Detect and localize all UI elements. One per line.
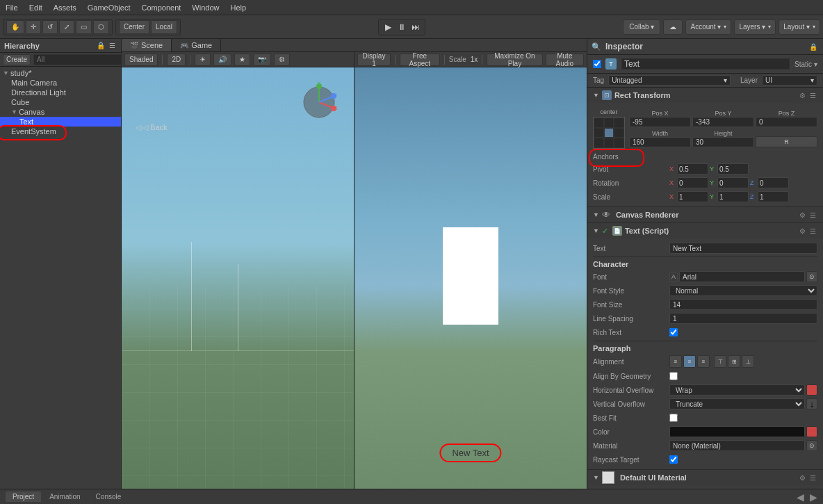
- posx-input[interactable]: [629, 117, 691, 127]
- canvas-renderer-header[interactable]: ▼ 👁 Canvas Renderer ⚙ ☰: [587, 207, 823, 222]
- project-tab[interactable]: Project: [6, 491, 41, 502]
- menu-component[interactable]: Component: [136, 2, 186, 13]
- fx-btn[interactable]: ★: [234, 54, 250, 66]
- text-script-header[interactable]: ▼ ✓ 📄 Text (Script) ⚙ ☰: [587, 223, 823, 238]
- object-name-input[interactable]: [621, 58, 790, 70]
- comp-menu-btn[interactable]: ☰: [808, 91, 817, 100]
- object-active-checkbox[interactable]: [593, 60, 601, 68]
- material-settings-btn[interactable]: ⚙: [798, 473, 807, 482]
- raycast-checkbox[interactable]: [669, 455, 678, 464]
- light-btn[interactable]: ☀: [195, 54, 211, 66]
- layer-dropdown[interactable]: UI▾: [762, 75, 817, 86]
- align-right-btn[interactable]: ≡: [697, 355, 710, 368]
- hier-item-text[interactable]: Text: [0, 117, 121, 127]
- comp-settings-btn[interactable]: ⚙: [798, 91, 807, 100]
- menu-edit[interactable]: Edit: [24, 2, 48, 13]
- tag-dropdown[interactable]: Untagged▾: [608, 75, 731, 86]
- scale-y-input[interactable]: [717, 191, 749, 202]
- height-input[interactable]: [692, 137, 754, 147]
- transform-tool-btn[interactable]: ⬡: [93, 20, 109, 34]
- maximize-btn[interactable]: Maximize On Play: [487, 54, 543, 66]
- shading-btn[interactable]: Shaded: [124, 54, 158, 66]
- default-material-header[interactable]: ▼ Default UI Material ⚙ ☰: [587, 470, 823, 485]
- hier-item-canvas[interactable]: ▼ Canvas: [0, 107, 121, 117]
- scene-gizmo[interactable]: Y X Z: [298, 81, 340, 123]
- hier-item-cube[interactable]: Cube: [0, 97, 121, 107]
- pivot-y-input[interactable]: [717, 163, 749, 174]
- rotate-tool-btn[interactable]: ↺: [42, 20, 58, 34]
- align-center-btn[interactable]: ≡: [683, 355, 696, 368]
- step-btn[interactable]: ⏭: [409, 21, 422, 33]
- scale-z-input[interactable]: [758, 191, 789, 202]
- game-background[interactable]: New Text ©51CTO博客: [355, 67, 587, 489]
- rect-tool-btn[interactable]: ▭: [76, 20, 92, 34]
- rich-text-checkbox[interactable]: [669, 328, 678, 336]
- animation-tab[interactable]: Animation: [42, 491, 87, 502]
- material-select-btn[interactable]: ⊙: [806, 440, 817, 451]
- 2d-btn[interactable]: 2D: [167, 54, 186, 66]
- inspector-lock-btn[interactable]: 🔒: [808, 42, 819, 51]
- best-fit-checkbox[interactable]: [669, 414, 678, 422]
- h-overflow-color-btn[interactable]: [806, 384, 817, 396]
- v-overflow-icon-btn[interactable]: ↓: [806, 398, 817, 409]
- menu-file[interactable]: File: [0, 2, 24, 13]
- scene-background[interactable]: Y X Z ◁ ◁ Back: [122, 67, 354, 489]
- canvas-settings-btn[interactable]: ⚙: [798, 211, 807, 220]
- posy-input[interactable]: [692, 117, 754, 127]
- local-btn[interactable]: Local: [151, 20, 177, 34]
- material-menu-btn[interactable]: ☰: [808, 473, 817, 482]
- move-tool-btn[interactable]: ✛: [26, 20, 41, 34]
- color-picker[interactable]: [669, 426, 805, 437]
- rot-z-input[interactable]: [758, 177, 789, 188]
- menu-gameobject[interactable]: GameObject: [82, 2, 136, 13]
- anchor-grid[interactable]: [593, 117, 625, 149]
- text-field-input[interactable]: [669, 243, 817, 254]
- play-btn[interactable]: ▶: [382, 21, 394, 33]
- align-top-btn[interactable]: ⊤: [714, 355, 726, 368]
- hier-item-eventsystem[interactable]: EventSystem: [0, 127, 121, 136]
- menu-help[interactable]: Help: [225, 2, 252, 13]
- game-tab[interactable]: 🎮 Game: [172, 39, 221, 51]
- scale-x-input[interactable]: [677, 191, 708, 202]
- scene-back-btn[interactable]: ◁ ◁ Back: [136, 123, 168, 132]
- collab-btn[interactable]: Collab ▾: [623, 19, 660, 35]
- v-overflow-select[interactable]: Truncate Overflow: [669, 398, 805, 409]
- hierarchy-menu-btn[interactable]: ☰: [108, 41, 117, 50]
- pause-btn[interactable]: ⏸: [396, 21, 408, 33]
- hierarchy-search-input[interactable]: [33, 54, 129, 65]
- display-btn[interactable]: Display 1: [357, 54, 391, 66]
- h-overflow-select[interactable]: Wrap Overflow: [669, 384, 805, 396]
- status-prev-btn[interactable]: ◀: [797, 491, 804, 503]
- pivot-x-input[interactable]: [677, 163, 708, 174]
- rot-y-input[interactable]: [717, 177, 749, 188]
- canvas-menu-btn[interactable]: ☰: [808, 211, 817, 220]
- width-input[interactable]: [629, 137, 691, 147]
- hier-item-study[interactable]: ▼ study*: [0, 68, 121, 78]
- hierarchy-create-btn[interactable]: Create: [3, 54, 31, 65]
- menu-assets[interactable]: Assets: [48, 2, 82, 13]
- font-size-input[interactable]: [669, 299, 817, 310]
- audio-btn[interactable]: 🔊: [213, 54, 231, 66]
- hier-item-maincamera[interactable]: Main Camera: [0, 78, 121, 88]
- menu-window[interactable]: Window: [186, 2, 225, 13]
- aspect-btn[interactable]: Free Aspect: [400, 54, 440, 66]
- text-settings-btn[interactable]: ⚙: [798, 227, 807, 236]
- align-by-geo-checkbox[interactable]: [669, 372, 678, 380]
- rot-x-input[interactable]: [677, 177, 708, 188]
- line-spacing-input[interactable]: [669, 313, 817, 324]
- account-dropdown[interactable]: Account ▾▾: [685, 19, 731, 35]
- align-left-btn[interactable]: ≡: [669, 355, 682, 368]
- console-tab[interactable]: Console: [89, 491, 129, 502]
- rect-transform-header[interactable]: ▼ ⊡ Rect Transform ⚙ ☰: [587, 88, 823, 103]
- gizmo-btn[interactable]: ⚙: [274, 54, 290, 66]
- scene-cam-btn[interactable]: 📷: [253, 54, 271, 66]
- hand-tool-btn[interactable]: ✋: [6, 20, 24, 34]
- font-input[interactable]: [679, 271, 805, 282]
- hierarchy-lock-btn[interactable]: 🔒: [95, 41, 106, 50]
- font-select-btn[interactable]: ⊙: [806, 271, 817, 282]
- posz-input[interactable]: [756, 117, 817, 127]
- font-style-select[interactable]: Normal Bold Italic: [669, 285, 817, 296]
- scale-tool-btn[interactable]: ⤢: [59, 20, 74, 34]
- cloud-btn[interactable]: ☁: [663, 19, 683, 35]
- material-input[interactable]: [669, 440, 805, 451]
